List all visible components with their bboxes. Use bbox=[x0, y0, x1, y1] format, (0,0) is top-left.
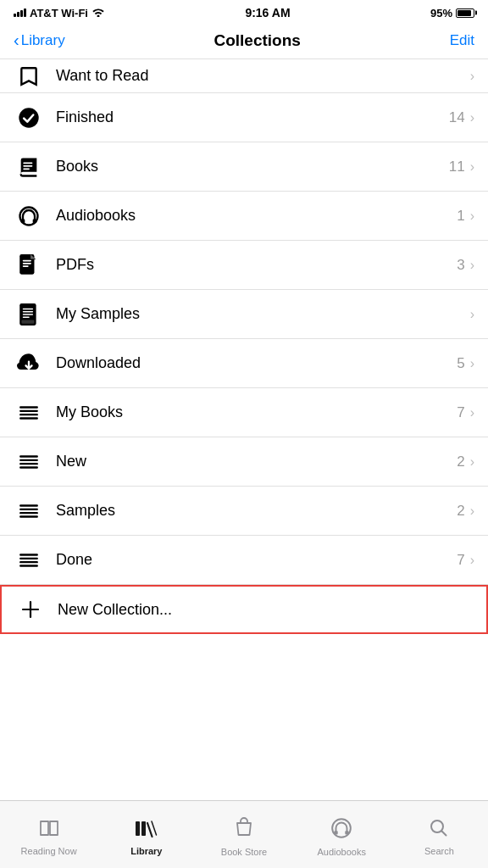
downloaded-icon bbox=[14, 352, 44, 376]
back-label: Library bbox=[21, 32, 65, 49]
list-item[interactable]: Books 11 › bbox=[0, 142, 488, 192]
book-store-tab-icon bbox=[234, 817, 254, 844]
item-label: My Samples bbox=[56, 305, 465, 323]
item-label: Audiobooks bbox=[56, 207, 457, 225]
tab-reading-now-label: Reading Now bbox=[21, 846, 77, 856]
list-item[interactable]: Samples 2 › bbox=[0, 487, 488, 536]
my-books-icon bbox=[14, 402, 44, 424]
chevron-icon: › bbox=[470, 553, 474, 568]
list-item[interactable]: Want to Read › bbox=[0, 59, 488, 93]
carrier-label: AT&T Wi-Fi bbox=[30, 7, 88, 19]
list-item[interactable]: Downloaded 5 › bbox=[0, 339, 488, 388]
new-icon bbox=[14, 451, 44, 473]
tab-library[interactable]: Library bbox=[97, 813, 195, 856]
status-time: 9:16 AM bbox=[245, 6, 290, 19]
item-count: 14 bbox=[449, 109, 465, 126]
item-label: New bbox=[56, 453, 457, 470]
chevron-icon: › bbox=[470, 110, 474, 125]
item-count: 7 bbox=[457, 552, 464, 569]
plus-icon bbox=[15, 600, 46, 619]
item-label: Books bbox=[56, 158, 449, 175]
item-count: 5 bbox=[457, 355, 464, 372]
status-right: 95% bbox=[430, 7, 474, 19]
audiobooks-tab-icon bbox=[330, 817, 352, 844]
svg-rect-7 bbox=[136, 821, 140, 836]
wifi-icon bbox=[92, 7, 105, 19]
new-collection-label: New Collection... bbox=[58, 601, 172, 619]
item-label: Downloaded bbox=[56, 354, 457, 372]
tab-bar: Reading Now Library Book Store bbox=[0, 800, 488, 868]
tab-audiobooks[interactable]: Audiobooks bbox=[293, 812, 391, 857]
books-icon bbox=[14, 155, 44, 179]
my-samples-icon bbox=[14, 303, 44, 326]
tab-reading-now[interactable]: Reading Now bbox=[0, 813, 97, 856]
list-item[interactable]: Done 7 › bbox=[0, 536, 488, 585]
search-tab-icon bbox=[429, 818, 449, 843]
chevron-icon: › bbox=[470, 454, 474, 470]
finished-icon bbox=[14, 106, 44, 130]
item-label: Want to Read bbox=[56, 67, 465, 85]
library-tab-icon bbox=[135, 818, 158, 843]
list-item[interactable]: New 2 › bbox=[0, 437, 488, 487]
item-count: 2 bbox=[457, 453, 464, 470]
chevron-icon: › bbox=[470, 209, 474, 224]
list-item[interactable]: Finished 14 › bbox=[0, 93, 488, 142]
item-label: PDFs bbox=[56, 256, 457, 274]
status-left: AT&T Wi-Fi bbox=[14, 7, 105, 19]
pdfs-icon bbox=[14, 253, 44, 277]
svg-rect-10 bbox=[335, 831, 338, 834]
item-count: 1 bbox=[457, 208, 464, 225]
new-collection-button[interactable]: New Collection... bbox=[0, 585, 488, 634]
svg-rect-11 bbox=[346, 831, 349, 834]
svg-point-0 bbox=[19, 108, 38, 127]
samples-icon bbox=[14, 500, 44, 522]
svg-rect-3 bbox=[33, 219, 37, 223]
tab-search-label: Search bbox=[424, 846, 454, 856]
chevron-icon: › bbox=[470, 69, 474, 84]
reading-now-tab-icon bbox=[38, 818, 60, 843]
nav-bar: ‹ Library Collections Edit bbox=[0, 24, 488, 59]
item-label: Done bbox=[56, 551, 457, 569]
chevron-icon: › bbox=[470, 356, 474, 371]
item-count: 7 bbox=[457, 404, 464, 421]
done-icon bbox=[14, 549, 44, 571]
svg-rect-2 bbox=[21, 219, 25, 223]
edit-button[interactable]: Edit bbox=[450, 32, 474, 49]
back-chevron-icon: ‹ bbox=[14, 31, 19, 50]
page-title: Collections bbox=[214, 31, 300, 50]
chevron-icon: › bbox=[470, 307, 474, 322]
back-button[interactable]: ‹ Library bbox=[14, 31, 65, 50]
tab-search[interactable]: Search bbox=[391, 813, 488, 856]
item-label: Samples bbox=[56, 502, 457, 520]
chevron-icon: › bbox=[470, 258, 474, 273]
status-bar: AT&T Wi-Fi 9:16 AM 95% bbox=[0, 0, 488, 24]
list-item[interactable]: My Samples › bbox=[0, 290, 488, 339]
tab-audiobooks-label: Audiobooks bbox=[317, 847, 366, 857]
battery-percent: 95% bbox=[430, 7, 452, 19]
chevron-icon: › bbox=[470, 405, 474, 420]
item-count: 3 bbox=[457, 257, 464, 274]
signal-bars-icon bbox=[14, 8, 26, 17]
tab-book-store[interactable]: Book Store bbox=[195, 812, 292, 857]
tab-library-label: Library bbox=[130, 846, 162, 856]
battery-icon bbox=[456, 8, 474, 18]
chevron-icon: › bbox=[470, 504, 474, 519]
item-label: My Books bbox=[56, 403, 457, 421]
list-item[interactable]: PDFs 3 › bbox=[0, 241, 488, 290]
chevron-icon: › bbox=[470, 159, 474, 175]
want-to-read-icon bbox=[14, 65, 44, 87]
list-item[interactable]: Audiobooks 1 › bbox=[0, 192, 488, 241]
list-item[interactable]: My Books 7 › bbox=[0, 388, 488, 437]
item-label: Finished bbox=[56, 108, 449, 126]
tab-book-store-label: Book Store bbox=[221, 847, 267, 857]
svg-rect-8 bbox=[141, 821, 146, 836]
audiobooks-icon bbox=[14, 204, 44, 228]
item-count: 11 bbox=[449, 159, 465, 175]
item-count: 2 bbox=[457, 503, 464, 520]
svg-rect-6 bbox=[21, 320, 34, 323]
